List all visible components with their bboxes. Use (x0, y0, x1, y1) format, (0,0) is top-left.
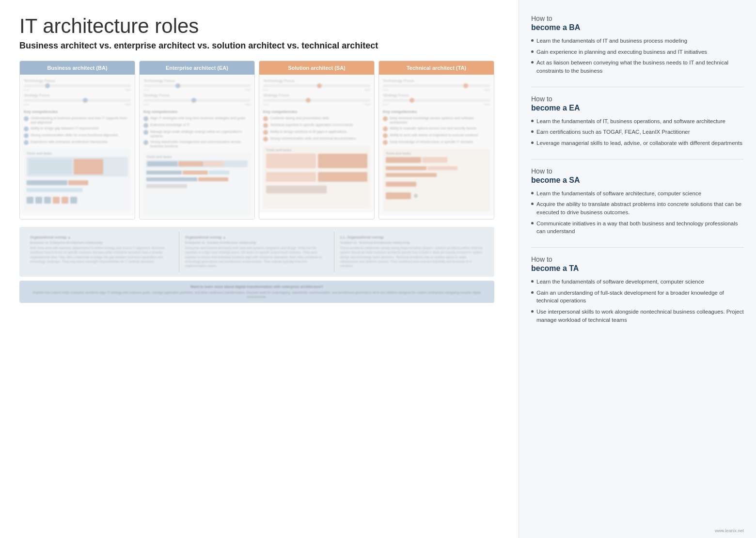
sidebar-ea-item-1: Learn the fundamentals of IT, business o… (531, 117, 744, 126)
sidebar-ba-item-1: Learn the fundamentals of IT and busines… (531, 37, 744, 45)
ba-strat-label: Strategy Focus (24, 93, 131, 97)
sidebar-ba-text-3: Act as liaison between conveying what th… (536, 59, 744, 75)
sidebar-ta-bullet-2 (531, 291, 534, 294)
ba-tech-label: Technology Focus (24, 79, 131, 83)
ta-strat-track (383, 99, 490, 102)
ba-competencies: Key competencies Understanding of busine… (24, 110, 131, 145)
footer-overlap-1: Organizational overlap ▲ Business vs. En… (24, 232, 179, 271)
page-title: IT architecture roles (19, 15, 494, 38)
footer-overlap-3: L.L. Organizational overlap Solution vs.… (334, 232, 489, 271)
sidebar-ta-section: How to become a TA Learn the fundamental… (531, 255, 744, 324)
ba-comp-1: Understanding of business processes and … (24, 116, 131, 125)
ea-tools: Tools and tasks (143, 152, 251, 215)
ta-header: Technical architect (TA) (379, 61, 494, 75)
sa-competencies: Key competencies Customer-facing and pre… (263, 110, 370, 142)
ba-tools: Tools and tasks (24, 149, 131, 212)
ea-tech-label: Technology Focus (143, 79, 251, 83)
sidebar-ta-bullet-3 (531, 310, 534, 313)
sidebar-sa-bullet-2 (531, 203, 534, 205)
ea-strat-track (143, 99, 251, 102)
sa-focus: Technology Focus LowHigh Strategy Focus … (263, 79, 370, 106)
sidebar-ea-item-3: Leverage managerial skills to lead, advi… (531, 139, 744, 147)
sa-strat-track (263, 99, 370, 102)
sa-strat-label: Strategy Focus (263, 93, 370, 97)
ta-tech-dot (463, 83, 468, 88)
sidebar-ba-bullet-2 (531, 50, 534, 53)
sidebar-sa-text-2: Acquire the ability to translate abstrac… (536, 200, 744, 216)
ta-tech-label: Technology Focus (383, 79, 490, 83)
sa-strat-dot (306, 98, 311, 103)
sidebar-ea-text-3: Leverage managerial skills to lead, advi… (536, 139, 742, 147)
sidebar-ea-text-1: Learn the fundamentals of IT, business o… (536, 117, 725, 126)
sidebar-ba-text-1: Learn the fundamentals of IT and busines… (536, 37, 687, 45)
ba-comp-3: Strong communication skills for cross-fu… (24, 133, 131, 138)
sidebar-divider-1 (531, 87, 744, 87)
ba-header: Business architect (BA) (20, 61, 135, 75)
sidebar-ta-item-2: Gain an understanding of full-stack deve… (531, 289, 744, 305)
ea-tech-track (143, 84, 251, 87)
ta-tools: Tools and tasks (383, 149, 490, 212)
sidebar-ba-bullet-1 (531, 39, 534, 42)
sidebar-sa-item-1: Learn the fundamentals of software archi… (531, 190, 744, 198)
sidebar-ta-text-2: Gain an understanding of full-stack deve… (536, 289, 744, 305)
sidebar-ta-role: become a TA (531, 264, 744, 273)
ba-check-4 (24, 140, 29, 145)
sidebar-divider-2 (531, 159, 744, 159)
ba-strat-track (24, 99, 131, 102)
arch-grid: Business architect (BA) Technology Focus… (19, 61, 494, 220)
sidebar-ba-section: How to become a BA Learn the fundamental… (531, 15, 744, 75)
sidebar-ta-item-1: Learn the fundamentals of software devel… (531, 278, 744, 286)
sidebar-sa-role: become a SA (531, 176, 744, 185)
sidebar-ea-bullet-2 (531, 130, 534, 133)
sa-tech-dot (317, 83, 322, 88)
ea-competencies: Key competencies Align IT strategies wit… (143, 110, 251, 148)
sa-tech-track (263, 84, 370, 87)
ba-strat-dot (83, 98, 88, 103)
sidebar-sa-bullet-3 (531, 222, 534, 224)
sidebar-ea-section: How to become a EA Learn the fundamental… (531, 95, 744, 147)
sidebar: How to become a BA Learn the fundamental… (519, 0, 756, 538)
ta-strat-dot (410, 98, 414, 103)
sidebar-sa-item-3: Communicate initiatives in a way that bo… (531, 220, 744, 236)
sidebar-divider-3 (531, 247, 744, 248)
ba-check-1 (24, 116, 29, 121)
sidebar-ea-role: become a EA (531, 104, 744, 112)
sidebar-ea-bullet-1 (531, 120, 534, 122)
sidebar-ba-role: become a BA (531, 23, 744, 32)
ba-body: Technology Focus LowHigh Strategy Focus … (20, 75, 135, 216)
sidebar-sa-how: How to (531, 167, 744, 175)
sidebar-ta-bullet-1 (531, 280, 534, 283)
ea-focus: Technology Focus LowHigh Strategy Focus … (143, 79, 251, 106)
ba-column: Business architect (BA) Technology Focus… (19, 61, 135, 220)
sidebar-ta-item-3: Use interpersonal skills to work alongsi… (531, 308, 744, 324)
ba-tech-dot (45, 83, 50, 88)
sa-tech-label: Technology Focus (263, 79, 370, 83)
sidebar-sa-text-1: Learn the fundamentals of software archi… (536, 190, 701, 198)
ba-comp-4: Experience with enterprise architecture … (24, 140, 131, 145)
ba-check-3 (24, 133, 29, 138)
sidebar-ba-text-2: Gain experience in planning and executin… (536, 48, 707, 56)
ta-column: Technical architect (TA) Technology Focu… (378, 61, 494, 220)
footer-website: www.leanix.net (715, 528, 744, 533)
ba-comp-2: Ability to bridge gap between IT require… (24, 126, 131, 131)
sidebar-sa-text-3: Communicate initiatives in a way that bo… (536, 220, 744, 236)
sidebar-ea-bullet-3 (531, 142, 534, 144)
sidebar-ba-bullet-3 (531, 61, 534, 63)
ta-tech-track (383, 84, 490, 87)
sidebar-ta-text-3: Use interpersonal skills to work alongsi… (536, 308, 744, 324)
ea-body: Technology Focus LowHigh Strategy Focus … (140, 75, 254, 219)
sidebar-ta-text-1: Learn the fundamentals of software devel… (536, 278, 704, 286)
ta-body: Technology Focus LowHigh Strategy Focus … (379, 75, 494, 216)
sidebar-ea-text-2: Earn certifications such as TOGAF, FEAC,… (536, 128, 690, 136)
ea-strat-label: Strategy Focus (143, 93, 251, 97)
sidebar-ba-item-2: Gain experience in planning and executin… (531, 48, 744, 56)
sidebar-ba-item-3: Act as liaison between conveying what th… (531, 59, 744, 75)
ta-strat-label: Strategy Focus (383, 93, 490, 97)
footer-overlap-2: Organizational overlap ▲ Enterprise vs. … (179, 232, 334, 271)
sa-column: Solution architect (SA) Technology Focus… (259, 61, 375, 220)
ea-tech-dot (175, 83, 180, 88)
sidebar-ea-how: How to (531, 95, 744, 103)
ba-check-2 (24, 127, 29, 131)
ea-column: Enterprise architect (EA) Technology Foc… (139, 61, 255, 220)
page-subtitle: Business architect vs. enterprise archit… (19, 41, 494, 51)
